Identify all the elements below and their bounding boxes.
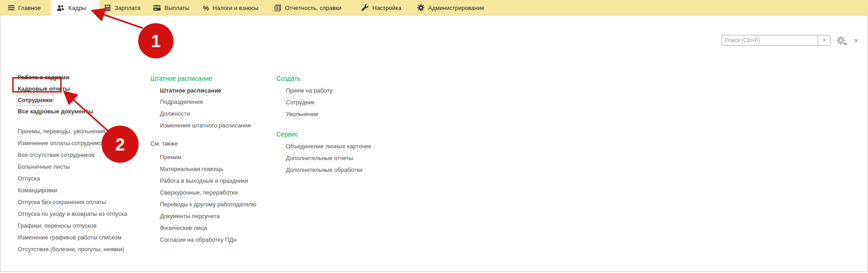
- people-icon: [57, 5, 64, 11]
- tab-nalogi[interactable]: % Налоги и взносы: [203, 0, 258, 15]
- search-clear-button[interactable]: ×: [818, 35, 831, 46]
- menu-item-shtatnoe-raspisanie[interactable]: Штатное расписание: [160, 86, 277, 95]
- tab-zarplata[interactable]: Зарплата: [104, 0, 140, 15]
- menu-item[interactable]: Отпуска: [18, 174, 140, 183]
- menu-item-sotrudniki-label: Сотрудники: [18, 96, 53, 105]
- menu-item[interactable]: Прием на работу: [286, 86, 403, 95]
- search-row: × ×: [722, 35, 858, 46]
- app-window: Главное Кадры Зарплата: [0, 0, 868, 273]
- column-staffing: Штатное расписание Штатное расписание По…: [150, 74, 277, 247]
- menu-item[interactable]: Изменение графиков работы списком: [18, 233, 140, 242]
- menu-item[interactable]: Изменения штатного расписания: [160, 121, 277, 130]
- tab-label: Зарплата: [115, 5, 140, 11]
- group-header-shtatnoe-raspisanie: Штатное расписание: [150, 74, 277, 83]
- menu-item[interactable]: Объединение личных карточек: [286, 142, 403, 151]
- tab-label: Налоги и взносы: [212, 5, 258, 11]
- column-create-service: Создать Прием на работу Сотрудник Увольн…: [276, 74, 403, 177]
- tab-administrirovanie[interactable]: Администрирование: [417, 0, 484, 15]
- report-icon: [275, 5, 281, 11]
- menu-item[interactable]: Материальная помощь: [160, 165, 277, 174]
- search-settings-button[interactable]: [835, 35, 846, 46]
- tab-nastroyka[interactable]: Настройка: [362, 0, 401, 15]
- tab-label: Администрирование: [428, 5, 484, 11]
- menu-item[interactable]: Дополнительные обработки: [286, 166, 403, 175]
- menu-item[interactable]: Переводы к другому работодателю: [160, 200, 277, 209]
- menu-item[interactable]: Премии: [160, 153, 277, 162]
- group-header-sozdat: Создать: [276, 74, 403, 83]
- tab-glavnoe[interactable]: Главное: [18, 0, 41, 15]
- tab-label: Выплаты: [164, 5, 189, 11]
- menu-item[interactable]: Командировки: [18, 186, 140, 195]
- wrench-icon: [362, 4, 369, 11]
- tab-otchetnost[interactable]: Отчетность, справки: [275, 0, 341, 15]
- menu-item[interactable]: Должности: [160, 109, 277, 118]
- main-menu-bar: Главное Кадры Зарплата: [0, 0, 868, 15]
- hamburger-icon: [8, 5, 14, 10]
- tab-kadry[interactable]: Кадры: [51, 0, 100, 16]
- menu-item[interactable]: Все отсутствия сотрудников: [18, 151, 140, 160]
- menu-item[interactable]: Подразделения: [160, 98, 277, 107]
- menu-item[interactable]: Сотрудник: [286, 98, 403, 107]
- menu-item[interactable]: Приемы, переводы, увольнения: [18, 127, 140, 136]
- menu-item[interactable]: Работа в выходные и праздники: [160, 176, 277, 185]
- menu-item[interactable]: Отпуска без сохранения оплаты: [18, 198, 140, 207]
- menu-item[interactable]: Графики, переносы отпусков: [18, 221, 140, 230]
- percent-icon: %: [203, 4, 209, 12]
- close-panel-button[interactable]: ×: [854, 37, 858, 44]
- group-header-servis: Сервис: [276, 130, 403, 139]
- tab-label: Отчетность, справки: [285, 5, 341, 11]
- menu-item[interactable]: Больничные листы: [18, 162, 140, 171]
- see-also-label: См. также: [150, 139, 277, 148]
- card-icon: [153, 5, 161, 11]
- menu-item[interactable]: Физические лица: [160, 224, 277, 233]
- menu-item[interactable]: Увольнение: [286, 110, 403, 119]
- column-work-with-staff: Работа с кадрами Кадровые отчеты Сотрудн…: [18, 73, 140, 257]
- menu-item[interactable]: Согласия на обработку ПДн: [160, 235, 277, 244]
- menu-item-sotrudniki[interactable]: Сотрудники: [18, 96, 140, 105]
- hamburger-button[interactable]: [8, 0, 14, 15]
- search-input[interactable]: [722, 35, 818, 46]
- menu-item[interactable]: Сверхурочные, переработки: [160, 188, 277, 197]
- menu-item[interactable]: Дополнительные отчеты: [286, 154, 403, 163]
- tab-label: Кадры: [68, 5, 86, 11]
- menu-item-kadrovye-otchety[interactable]: Кадровые отчеты: [18, 84, 140, 93]
- calculator-icon: [104, 5, 111, 11]
- menu-item[interactable]: Отсутствия (болезни, прогулы, неявки): [18, 245, 140, 254]
- tab-label: Настройка: [372, 5, 401, 11]
- menu-item[interactable]: Изменение оплаты сотрудников: [18, 139, 140, 148]
- menu-item-rabota-s-kadrami[interactable]: Работа с кадрами: [18, 73, 140, 82]
- gear-icon: [417, 4, 424, 11]
- menu-item[interactable]: Документы персучета: [160, 212, 277, 221]
- tab-label: Главное: [18, 5, 41, 11]
- menu-item-vse-kadrovye-dokumenty[interactable]: Все кадровые документы: [18, 107, 140, 116]
- menu-item[interactable]: Отпуска по уходу и возвраты из отпуска: [18, 210, 140, 219]
- chevron-down-icon: [844, 43, 847, 45]
- kadry-section-panel: × × Работа с кадрами Кадров: [0, 15, 868, 272]
- tab-vyplaty[interactable]: Выплаты: [153, 0, 189, 15]
